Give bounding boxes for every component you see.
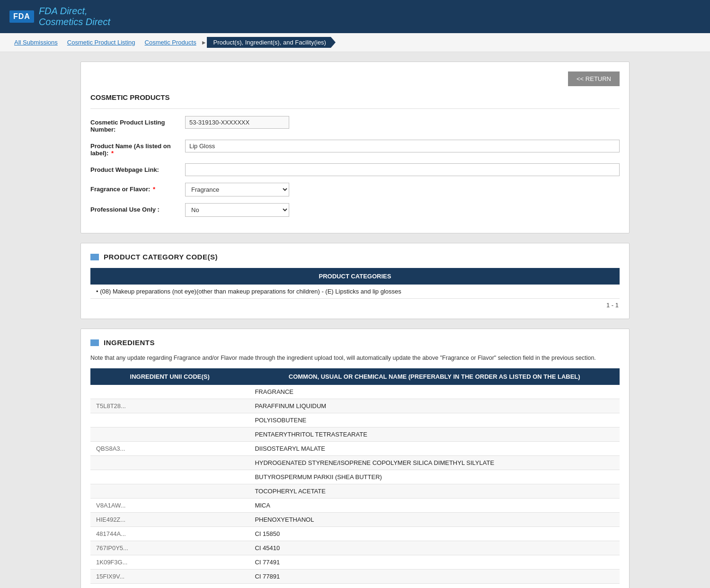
professional-use-label: Professional Use Only : bbox=[90, 203, 185, 213]
breadcrumb: All Submissions Cosmetic Product Listing… bbox=[0, 33, 710, 52]
product-category-item: • (08) Makeup preparations (not eye)(oth… bbox=[90, 285, 620, 299]
ingredient-name: BUTYROSPERMUM PARKII (SHEA BUTTER) bbox=[249, 470, 620, 484]
product-category-pagination: 1 - 1 bbox=[90, 299, 620, 312]
ingredient-unii: 1K09F3G... bbox=[90, 555, 249, 569]
product-name-input[interactable] bbox=[185, 140, 620, 152]
professional-use-select[interactable]: No Yes bbox=[185, 203, 289, 217]
ingredient-unii: 481744A... bbox=[90, 526, 249, 541]
ingredient-unii: 767IP0Y5... bbox=[90, 541, 249, 555]
section-bar-category bbox=[90, 254, 99, 260]
ingredient-name: TOCOPHERYL ACETATE bbox=[249, 484, 620, 498]
ingredient-unii: V8A1AW... bbox=[90, 498, 249, 512]
fragrance-label: Fragrance or Flavor: * bbox=[90, 183, 185, 193]
table-row: HYDROGENATED STYRENE/ISOPRENE COPOLYMER … bbox=[90, 455, 620, 470]
ingredient-unii: QBS8A3... bbox=[90, 441, 249, 455]
ingredient-unii bbox=[90, 470, 249, 484]
breadcrumb-all-submissions[interactable]: All Submissions bbox=[9, 37, 62, 48]
table-row: 767IP0Y5...CI 45410 bbox=[90, 541, 620, 555]
ingredients-table: INGREDIENT UNII CODE(S) COMMON, USUAL OR… bbox=[90, 368, 620, 588]
table-row: 481744A...CI 15850 bbox=[90, 526, 620, 541]
ingredient-name: MICA bbox=[249, 498, 620, 512]
ingredient-unii bbox=[90, 455, 249, 470]
fragrance-row: Fragrance or Flavor: * Fragrance Flavor … bbox=[90, 183, 620, 196]
table-row: EX4380Z...CI 77492 bbox=[90, 583, 620, 588]
ingredients-header: INGREDIENTS bbox=[90, 339, 620, 347]
ingredient-name: CI 45410 bbox=[249, 541, 620, 555]
ingredient-unii bbox=[90, 484, 249, 498]
ingredient-name: CI 15850 bbox=[249, 526, 620, 541]
ingredients-note: Note that any update regarding Fragrance… bbox=[90, 354, 620, 363]
listing-number-label: Cosmetic Product Listing Number: bbox=[90, 116, 185, 133]
fragrance-select[interactable]: Fragrance Flavor None bbox=[185, 183, 289, 196]
table-row: FRAGRANCE bbox=[90, 385, 620, 399]
ingredient-name: CI 77891 bbox=[249, 569, 620, 583]
product-name-row: Product Name (As listed on label): * bbox=[90, 140, 620, 157]
table-row: QBS8A3...DIISOSTEARYL MALATE bbox=[90, 441, 620, 455]
app-title: FDA Direct, Cosmetics Direct bbox=[39, 6, 110, 27]
ingredient-name: PARAFFINUM LIQUIDUM bbox=[249, 399, 620, 413]
ingredient-unii: T5L8T28... bbox=[90, 399, 249, 413]
fda-logo-badge: FDA bbox=[9, 10, 34, 23]
table-row: POLYISOBUTENE bbox=[90, 413, 620, 427]
breadcrumb-cosmetic-listing[interactable]: Cosmetic Product Listing bbox=[62, 37, 140, 48]
return-button[interactable]: << RETURN bbox=[568, 71, 620, 86]
main-content: << RETURN COSMETIC PRODUCTS Cosmetic Pro… bbox=[71, 52, 639, 588]
ingredient-unii: 15FIX9V... bbox=[90, 569, 249, 583]
title-cosmetics: Cosmetics bbox=[39, 17, 83, 27]
ingredients-section: INGREDIENTS Note that any update regardi… bbox=[80, 329, 630, 588]
professional-use-row: Professional Use Only : No Yes bbox=[90, 203, 620, 217]
table-row: 1K09F3G...CI 77491 bbox=[90, 555, 620, 569]
table-row: HIE492Z...PHENOXYETHANOL bbox=[90, 512, 620, 526]
cosmetic-products-title: COSMETIC PRODUCTS bbox=[90, 91, 620, 101]
product-name-label: Product Name (As listed on label): * bbox=[90, 140, 185, 157]
product-category-section: PRODUCT CATEGORY CODE(S) PRODUCT CATEGOR… bbox=[80, 243, 630, 319]
section-bar-ingredients bbox=[90, 339, 99, 346]
title-part1: FDA Direct, bbox=[39, 6, 88, 16]
ingredients-heading: INGREDIENTS bbox=[104, 339, 155, 347]
table-row: TOCOPHERYL ACETATE bbox=[90, 484, 620, 498]
col-name-header: COMMON, USUAL OR CHEMICAL NAME (PREFERAB… bbox=[249, 368, 620, 385]
ingredient-name: FRAGRANCE bbox=[249, 385, 620, 399]
webpage-link-input[interactable] bbox=[185, 163, 620, 176]
ingredient-name: PENTAERYTHRITOL TETRASTEARATE bbox=[249, 427, 620, 441]
ingredient-name: CI 77491 bbox=[249, 555, 620, 569]
table-row: V8A1AW...MICA bbox=[90, 498, 620, 512]
ingredient-unii bbox=[90, 385, 249, 399]
ingredient-name: DIISOSTEARYL MALATE bbox=[249, 441, 620, 455]
webpage-link-label: Product Webpage Link: bbox=[90, 163, 185, 173]
col-unii-header: INGREDIENT UNII CODE(S) bbox=[90, 368, 249, 385]
ingredient-name: CI 77492 bbox=[249, 583, 620, 588]
table-row: 15FIX9V...CI 77891 bbox=[90, 569, 620, 583]
title-direct: Direct bbox=[83, 17, 110, 27]
cosmetic-products-card: << RETURN COSMETIC PRODUCTS Cosmetic Pro… bbox=[80, 62, 630, 233]
ingredient-unii bbox=[90, 413, 249, 427]
breadcrumb-sep-3: ► bbox=[201, 39, 207, 46]
ingredient-name: POLYISOBUTENE bbox=[249, 413, 620, 427]
table-row: PENTAERYTHRITOL TETRASTEARATE bbox=[90, 427, 620, 441]
table-row: T5L8T28...PARAFFINUM LIQUIDUM bbox=[90, 399, 620, 413]
product-category-header: PRODUCT CATEGORY CODE(S) bbox=[90, 253, 620, 261]
ingredient-unii: EX4380Z... bbox=[90, 583, 249, 588]
app-header: FDA FDA Direct, Cosmetics Direct bbox=[0, 0, 710, 33]
ingredient-name: HYDROGENATED STYRENE/ISOPRENE COPOLYMER … bbox=[249, 455, 620, 470]
listing-number-input[interactable] bbox=[185, 116, 289, 129]
product-categories-header: PRODUCT CATEGORIES bbox=[90, 268, 620, 285]
listing-number-row: Cosmetic Product Listing Number: bbox=[90, 116, 620, 133]
table-row: BUTYROSPERMUM PARKII (SHEA BUTTER) bbox=[90, 470, 620, 484]
product-category-heading: PRODUCT CATEGORY CODE(S) bbox=[104, 253, 218, 261]
ingredient-unii: HIE492Z... bbox=[90, 512, 249, 526]
ingredient-unii bbox=[90, 427, 249, 441]
webpage-link-row: Product Webpage Link: bbox=[90, 163, 620, 176]
product-categories-table: PRODUCT CATEGORIES • (08) Makeup prepara… bbox=[90, 268, 620, 299]
breadcrumb-current: Product(s), Ingredient(s), and Facility(… bbox=[207, 37, 336, 48]
breadcrumb-cosmetic-products[interactable]: Cosmetic Products bbox=[140, 37, 201, 48]
ingredient-name: PHENOXYETHANOL bbox=[249, 512, 620, 526]
